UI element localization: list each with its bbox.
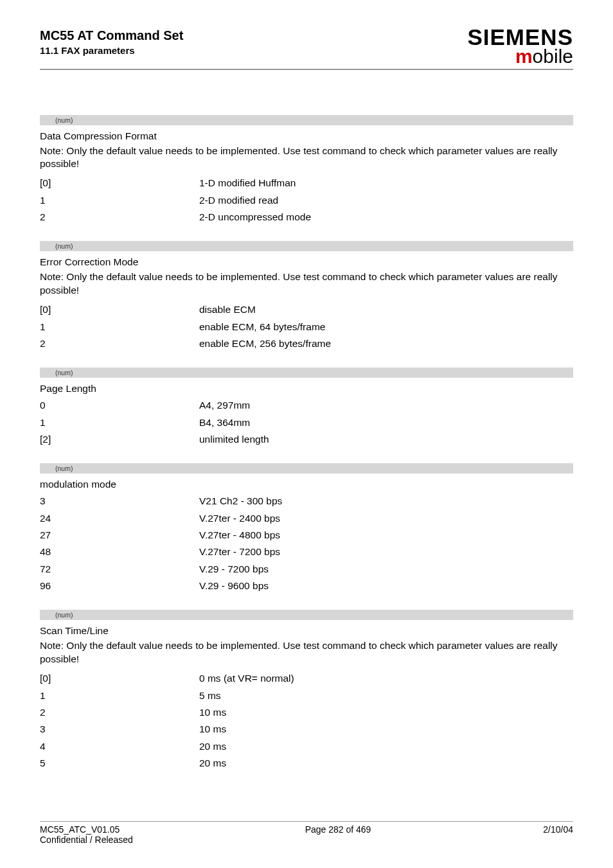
param-value: enable ECM, 256 bytes/frame: [199, 335, 573, 352]
param-bar: (num): [40, 115, 573, 125]
param-key: 3: [40, 493, 199, 509]
param-title: Page Length: [40, 383, 573, 394]
footer-left: MC55_ATC_V01.05 Confidential / Released: [40, 824, 133, 845]
param-note: Note: Only the default value needs to be…: [40, 639, 573, 666]
param-key: 24: [40, 510, 199, 527]
param-value: 20 ms: [199, 755, 573, 772]
footer-right: 2/10/04: [543, 824, 573, 845]
param-title: modulation mode: [40, 479, 573, 490]
param-row: 520 ms: [40, 755, 573, 772]
param-key: 0: [40, 397, 199, 414]
param-row: [2]unlimited length: [40, 431, 573, 448]
brand-logo: SIEMENS mobile: [467, 27, 573, 65]
param-row: 1B4, 364mm: [40, 414, 573, 431]
param-value: 5 ms: [199, 687, 573, 704]
param-section: (num)Scan Time/LineNote: Only the defaul…: [40, 610, 573, 772]
param-value: A4, 297mm: [199, 397, 573, 414]
param-key: [2]: [40, 431, 199, 448]
param-key: 1: [40, 319, 199, 335]
param-key: 1: [40, 687, 199, 704]
param-row: 210 ms: [40, 704, 573, 721]
param-row: 15 ms: [40, 687, 573, 704]
param-key: 2: [40, 704, 199, 721]
param-title: Error Correction Mode: [40, 256, 573, 268]
param-value: disable ECM: [199, 301, 573, 318]
param-key: [0]: [40, 175, 199, 191]
param-value: 10 ms: [199, 721, 573, 738]
brand-main: SIEMENS: [467, 27, 573, 48]
param-key: 3: [40, 721, 199, 738]
param-row: [0]0 ms (at VR= normal): [40, 670, 573, 687]
param-value: V21 Ch2 - 300 bps: [199, 493, 573, 509]
param-section: (num)Data Compression FormatNote: Only t…: [40, 115, 573, 226]
page-header: MC55 AT Command Set 11.1 FAX parameters …: [40, 27, 573, 70]
param-key: [0]: [40, 301, 199, 318]
param-row: 0A4, 297mm: [40, 397, 573, 414]
param-key: 5: [40, 755, 199, 772]
param-key: [0]: [40, 670, 199, 687]
param-row: 48V.27ter - 7200 bps: [40, 544, 573, 560]
param-section: (num)modulation mode3V21 Ch2 - 300 bps24…: [40, 463, 573, 594]
param-row: 27V.27ter - 4800 bps: [40, 527, 573, 544]
param-row: 12-D modified read: [40, 192, 573, 209]
param-section: (num)Error Correction ModeNote: Only the…: [40, 241, 573, 352]
param-title: Data Compression Format: [40, 130, 573, 142]
brand-sub: mobile: [467, 48, 573, 65]
param-value: 0 ms (at VR= normal): [199, 670, 573, 687]
param-value: enable ECM, 64 bytes/frame: [199, 319, 573, 335]
doc-title: MC55 AT Command Set: [40, 27, 183, 44]
param-bar: (num): [40, 463, 573, 474]
param-row: 96V.29 - 9600 bps: [40, 578, 573, 594]
param-row: 3V21 Ch2 - 300 bps: [40, 493, 573, 509]
param-value: 2-D uncompressed mode: [199, 209, 573, 226]
page-footer: MC55_ATC_V01.05 Confidential / Released …: [40, 821, 573, 845]
param-row: 2enable ECM, 256 bytes/frame: [40, 335, 573, 352]
param-row: 310 ms: [40, 721, 573, 738]
param-value: V.27ter - 2400 bps: [199, 510, 573, 527]
param-key: 96: [40, 578, 199, 594]
param-row: 1enable ECM, 64 bytes/frame: [40, 319, 573, 335]
param-key: 1: [40, 414, 199, 431]
param-value: V.27ter - 7200 bps: [199, 544, 573, 560]
param-key: 2: [40, 209, 199, 226]
param-key: 72: [40, 561, 199, 578]
param-key: 1: [40, 192, 199, 209]
param-note: Note: Only the default value needs to be…: [40, 270, 573, 297]
param-value: unlimited length: [199, 431, 573, 448]
param-row: 24V.27ter - 2400 bps: [40, 510, 573, 527]
param-key: 27: [40, 527, 199, 544]
param-bar: (num): [40, 241, 573, 251]
doc-subtitle: 11.1 FAX parameters: [40, 45, 183, 56]
param-key: 4: [40, 738, 199, 755]
param-note: Note: Only the default value needs to be…: [40, 145, 573, 172]
param-value: V.29 - 7200 bps: [199, 561, 573, 578]
param-row: [0]disable ECM: [40, 301, 573, 318]
param-bar: (num): [40, 610, 573, 620]
param-title: Scan Time/Line: [40, 625, 573, 637]
param-row: 72V.29 - 7200 bps: [40, 561, 573, 578]
param-row: [0]1-D modified Huffman: [40, 175, 573, 191]
param-value: B4, 364mm: [199, 414, 573, 431]
param-row: 22-D uncompressed mode: [40, 209, 573, 226]
param-section: (num)Page Length0A4, 297mm1B4, 364mm[2]u…: [40, 368, 573, 448]
footer-center: Page 282 of 469: [305, 824, 371, 845]
param-key: 48: [40, 544, 199, 560]
param-key: 2: [40, 335, 199, 352]
param-value: V.27ter - 4800 bps: [199, 527, 573, 544]
param-bar: (num): [40, 368, 573, 378]
param-row: 420 ms: [40, 738, 573, 755]
param-value: V.29 - 9600 bps: [199, 578, 573, 594]
param-value: 10 ms: [199, 704, 573, 721]
param-value: 1-D modified Huffman: [199, 175, 573, 191]
param-value: 2-D modified read: [199, 192, 573, 209]
param-value: 20 ms: [199, 738, 573, 755]
